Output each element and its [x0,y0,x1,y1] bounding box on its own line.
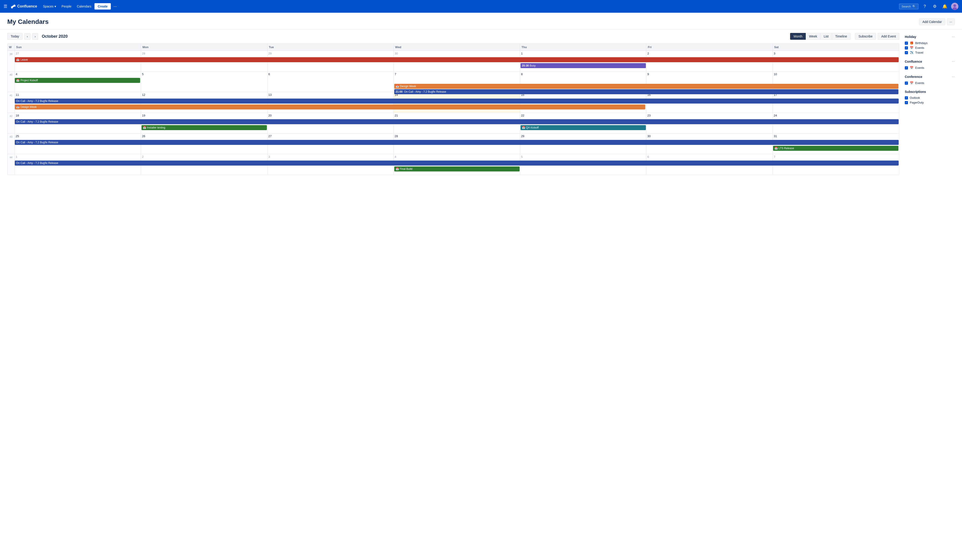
more-button[interactable]: ··· [112,3,119,10]
sidebar-conference-header: Conference ··· [905,75,955,79]
event-installer-testing[interactable]: 📅Installer testing [142,125,267,130]
main-content: Today ‹ › October 2020 Month Week List T… [0,29,962,179]
search-box[interactable]: Search 🔍 [899,4,918,9]
tab-list[interactable]: List [820,33,832,40]
calendar-controls: Today ‹ › October 2020 Month Week List T… [7,33,899,40]
confluence-events-label: Events [915,66,924,69]
next-button[interactable]: › [32,33,38,40]
create-button[interactable]: Create [94,3,111,10]
confluence-logo-icon [11,4,15,9]
view-tabs: Month Week List Timeline [790,33,851,40]
sidebar-item-birthdays[interactable]: 🎁 Birthdays [905,40,955,45]
week-num-41: 41 [8,92,15,113]
sidebar-item-pagerduty[interactable]: PagerDuty [905,100,955,105]
sidebar-section-subscriptions: Subscriptions Outlook PagerDuty [905,90,955,105]
sidebar-item-events-confluence[interactable]: 📅 Events [905,65,955,70]
notifications-icon[interactable]: 🔔 [941,3,948,10]
sidebar-item-events-conference[interactable]: 📅 Events [905,81,955,86]
sidebar: Holiday ··· 🎁 Birthdays 📅 Events ✈️ Trav… [905,33,955,175]
holiday-events-checkbox[interactable] [905,46,908,50]
navbar-brand[interactable]: Confluence [11,4,37,9]
event-qa-kickoff[interactable]: 📅QA Kickoff [521,125,646,130]
sidebar-section-holiday: Holiday ··· 🎁 Birthdays 📅 Events ✈️ Trav… [905,35,955,55]
pagerduty-label: PagerDuty [910,101,923,104]
calendar-grid: W Sun Mon Tue Wed Thu Fri Sat 39 27 28 2… [7,44,899,175]
sidebar-item-outlook[interactable]: Outlook [905,95,955,100]
birthdays-checkbox[interactable] [905,42,908,45]
week-header: W [8,44,15,51]
day-oct10[interactable]: 10 [773,71,899,92]
sidebar-item-travel[interactable]: ✈️ Travel [905,50,955,55]
page-more-button[interactable]: ··· [947,18,955,25]
day-oct7[interactable]: 7 [394,71,520,92]
navbar: ☰ Confluence Spaces ▾ People Calendars C… [0,0,962,13]
event-design-week-40[interactable]: 📅Design Week [394,84,898,89]
settings-icon[interactable]: ⚙ [931,3,938,10]
tab-week[interactable]: Week [806,33,820,40]
travel-checkbox[interactable] [905,51,908,54]
page-header: My Calendars Add Calendar ··· [0,13,962,29]
calendars-nav-item[interactable]: Calendars [74,3,94,10]
day-oct6[interactable]: 6 [268,71,394,92]
search-icon: 🔍 [912,5,916,8]
subscribe-button[interactable]: Subscribe [855,33,876,40]
hamburger-icon[interactable]: ☰ [4,4,7,9]
event-oncall-43[interactable]: On Call - Amy - 7.2 Bugfix Release [15,140,899,145]
brand-label: Confluence [17,4,37,8]
travel-icon: ✈️ [910,51,914,54]
tue-header: Tue [268,44,394,51]
week-44-container: 44 1 2 3 4 5 6 7 On Call - Amy - 7.2 Bug… [8,154,899,174]
sidebar-holiday-more-icon[interactable]: ··· [952,35,955,39]
sidebar-subscriptions-header: Subscriptions [905,90,955,94]
event-oncall-42[interactable]: On Call - Amy - 7.2 Bugfix Release [15,119,899,124]
sidebar-conference-more-icon[interactable]: ··· [952,75,955,79]
calendar-header: W Sun Mon Tue Wed Thu Fri Sat [8,44,899,51]
sidebar-holiday-title: Holiday [905,35,916,39]
sidebar-holiday-header: Holiday ··· [905,35,955,39]
confluence-events-icon: 📅 [910,66,914,69]
confluence-events-checkbox[interactable] [905,66,908,69]
week-40-row: 40 4 5 6 7 8 9 10 [8,71,899,92]
event-lts-release[interactable]: 📅LTS Release [773,146,898,151]
event-design-week-41[interactable]: 📅Design Week [15,105,645,110]
day-oct5[interactable]: 5 [141,71,267,92]
event-final-build[interactable]: 📅Final Build [394,166,520,171]
conference-events-icon: 📅 [910,81,914,85]
holiday-events-label: Events [915,46,924,50]
event-leave[interactable]: 📅Leave [15,57,899,62]
sidebar-item-events-holiday[interactable]: 📅 Events [905,45,955,50]
event-oncall-40[interactable]: 21:00 On Call - Amy - 7.2 Bugfix Release [394,89,898,94]
avatar[interactable] [951,3,958,10]
help-icon[interactable]: ? [921,3,928,10]
event-oncall-41[interactable]: On Call - Amy - 7.2 Bugfix Release [15,98,899,103]
conference-events-checkbox[interactable] [905,82,908,85]
prev-button[interactable]: ‹ [24,33,30,40]
people-nav-item[interactable]: People [59,3,74,10]
wed-header: Wed [394,44,520,51]
day-oct9[interactable]: 9 [646,71,773,92]
week-num-43: 43 [8,134,15,154]
today-button[interactable]: Today [7,33,23,40]
day-oct8[interactable]: 8 [520,71,646,92]
navbar-right: Search 🔍 ? ⚙ 🔔 [899,3,958,10]
event-oncall-44[interactable]: On Call - Amy - 7.2 Bugfix Release [15,161,899,166]
travel-label: Travel [915,51,923,54]
week-39-container: 39 27 28 29 30 1 2 3 📅Leave [8,51,899,71]
tab-timeline[interactable]: Timeline [832,33,851,40]
event-project-kickoff[interactable]: 📅Project Kickoff [15,78,140,83]
outlook-checkbox[interactable] [905,96,908,100]
spaces-nav-item[interactable]: Spaces ▾ [40,3,58,10]
week-41-container: 41 11 12 13 14 15 16 17 On Call - Amy - … [8,92,899,113]
birthdays-label: Birthdays [915,41,928,45]
holiday-events-icon: 📅 [910,46,914,50]
week-num-42: 42 [8,113,15,133]
tab-month[interactable]: Month [790,33,806,40]
sat-header: Sat [773,44,899,51]
event-busy[interactable]: 20:30 Busy [521,63,646,68]
sidebar-confluence-more-icon[interactable]: ··· [952,60,955,64]
add-event-button[interactable]: Add Event [878,33,899,40]
pagerduty-checkbox[interactable] [905,101,908,104]
add-calendar-button[interactable]: Add Calendar [919,18,946,25]
week-42-container: 42 18 19 20 21 22 23 24 On Call - Amy - … [8,113,899,134]
calendar-section: Today ‹ › October 2020 Month Week List T… [7,33,899,175]
